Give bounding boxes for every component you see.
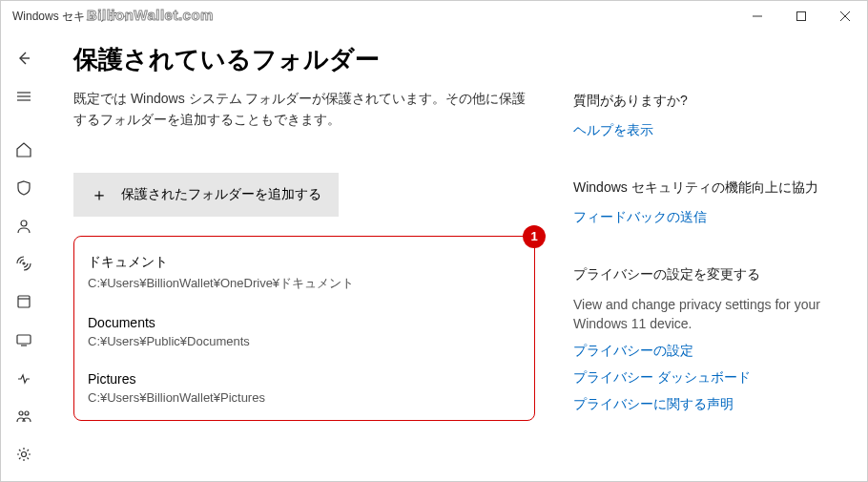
svg-point-15 bbox=[25, 411, 29, 415]
close-button[interactable] bbox=[823, 1, 867, 31]
menu-button[interactable] bbox=[5, 77, 43, 115]
svg-point-16 bbox=[22, 451, 27, 456]
feedback-link[interactable]: フィードバックの送信 bbox=[573, 209, 840, 226]
title-bar: Windows セキュリティ BillionWallet.com bbox=[1, 1, 867, 31]
privacy-settings-link[interactable]: プライバシーの設定 bbox=[573, 343, 840, 360]
privacy-statement-link[interactable]: プライバシーに関する声明 bbox=[573, 396, 840, 413]
add-folder-label: 保護されたフォルダーを追加する bbox=[121, 186, 321, 203]
feedback-heading: Windows セキュリティの機能向上に協力 bbox=[573, 178, 840, 198]
folder-item[interactable]: Documents C:¥Users¥Public¥Documents bbox=[88, 315, 521, 348]
folder-title: ドキュメント bbox=[88, 254, 521, 271]
folder-title: Pictures bbox=[88, 371, 521, 387]
account-icon[interactable] bbox=[5, 207, 43, 245]
help-section: 質問がありますか? ヘルプを表示 bbox=[573, 91, 840, 139]
privacy-text: View and change privacy settings for you… bbox=[573, 296, 840, 333]
svg-rect-10 bbox=[18, 296, 30, 307]
help-heading: 質問がありますか? bbox=[573, 91, 840, 111]
minimize-button[interactable] bbox=[735, 1, 779, 31]
watermark: BillionWallet.com bbox=[87, 7, 214, 23]
settings-icon[interactable] bbox=[5, 435, 43, 473]
shield-icon[interactable] bbox=[5, 169, 43, 207]
privacy-section: プライバシーの設定を変更する View and change privacy s… bbox=[573, 264, 840, 413]
privacy-dashboard-link[interactable]: プライバシー ダッシュボード bbox=[573, 369, 840, 387]
back-button[interactable] bbox=[5, 39, 43, 77]
svg-point-8 bbox=[21, 220, 27, 226]
folder-path: C:¥Users¥BillionWallet¥Pictures bbox=[88, 390, 521, 405]
svg-rect-1 bbox=[797, 12, 806, 21]
page-title: 保護されているフォルダー bbox=[73, 43, 535, 76]
folder-item[interactable]: Pictures C:¥Users¥BillionWallet¥Pictures bbox=[88, 371, 521, 405]
annotation-badge: 1 bbox=[523, 225, 546, 248]
family-icon[interactable] bbox=[5, 397, 43, 435]
folder-item[interactable]: ドキュメント C:¥Users¥BillionWallet¥OneDrive¥ド… bbox=[88, 254, 521, 292]
folder-title: Documents bbox=[88, 315, 521, 330]
svg-rect-12 bbox=[17, 335, 31, 344]
plus-icon: ＋ bbox=[91, 183, 108, 206]
app-browser-icon[interactable] bbox=[5, 283, 43, 321]
folder-path: C:¥Users¥BillionWallet¥OneDrive¥ドキュメント bbox=[88, 275, 521, 292]
help-link[interactable]: ヘルプを表示 bbox=[573, 122, 840, 139]
performance-icon[interactable] bbox=[5, 359, 43, 397]
privacy-heading: プライバシーの設定を変更する bbox=[573, 264, 840, 284]
maximize-button[interactable] bbox=[779, 1, 823, 31]
feedback-section: Windows セキュリティの機能向上に協力 フィードバックの送信 bbox=[573, 178, 840, 226]
folder-path: C:¥Users¥Public¥Documents bbox=[88, 334, 521, 348]
sidebar bbox=[1, 31, 47, 481]
add-folder-button[interactable]: ＋ 保護されたフォルダーを追加する bbox=[73, 173, 339, 217]
svg-point-9 bbox=[23, 262, 25, 264]
protected-folders-box: 1 ドキュメント C:¥Users¥BillionWallet¥OneDrive… bbox=[73, 236, 535, 421]
page-description: 既定では Windows システム フォルダーが保護されています。その他に保護す… bbox=[73, 88, 535, 131]
svg-point-14 bbox=[19, 411, 23, 415]
home-icon[interactable] bbox=[5, 131, 43, 169]
device-icon[interactable] bbox=[5, 321, 43, 359]
firewall-icon[interactable] bbox=[5, 245, 43, 283]
